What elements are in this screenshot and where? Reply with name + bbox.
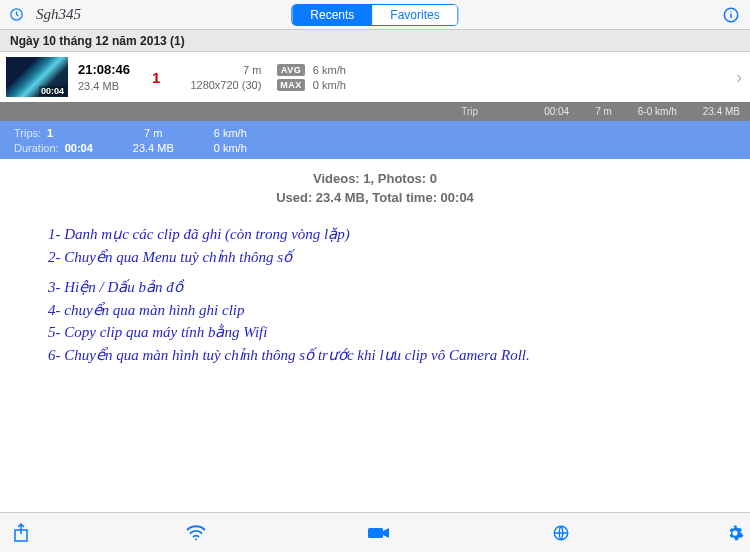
trips-label: Trips: [14, 127, 41, 139]
info-icon[interactable] [722, 6, 740, 24]
note-4: 4- chuyển qua màn hình ghi clip [48, 299, 702, 322]
summary-line-2: Used: 23.4 MB, Total time: 00:04 [0, 190, 750, 205]
aggregate-distance: 7 m [595, 106, 612, 117]
share-icon[interactable] [13, 523, 29, 543]
summary-bar: Trips:1 Duration:00:04 7 m 23.4 MB 6 km/… [0, 121, 750, 159]
note-5: 5- Copy clip qua máy tính bằng Wifi [48, 321, 702, 344]
trip-time: 21:08:46 [78, 62, 130, 77]
duration-label: Duration: [14, 142, 59, 154]
signature: Sgh345 [36, 6, 81, 23]
trip-avg-speed: 6 km/h [313, 64, 346, 76]
summary-max: 0 km/h [214, 142, 247, 154]
camera-icon[interactable] [368, 526, 390, 540]
svg-point-2 [730, 11, 731, 12]
segmented-control: Recents Favorites [291, 4, 458, 26]
note-3: 3- Hiện / Dấu bản đồ [48, 276, 702, 299]
tab-recents[interactable]: Recents [292, 5, 372, 25]
note-2: 2- Chuyển qua Menu tuỳ chỉnh thông số [48, 246, 702, 269]
annotation-notes: 1- Danh mục các clip đã ghi (còn trong v… [0, 205, 750, 366]
wifi-icon[interactable] [186, 525, 206, 541]
aggregate-speed: 6-0 km/h [638, 106, 677, 117]
aggregate-bar: Trip 00:04 7 m 6-0 km/h 23.4 MB [0, 102, 750, 121]
summary-line-1: Videos: 1, Photos: 0 [0, 171, 750, 186]
chevron-right-icon: › [736, 67, 742, 88]
avg-badge: AVG [277, 64, 305, 76]
bottom-toolbar [0, 512, 750, 552]
clock-icon[interactable] [9, 7, 24, 22]
trip-max-speed: 0 km/h [313, 79, 346, 91]
duration-value: 00:04 [65, 142, 93, 154]
summary-size: 23.4 MB [133, 142, 174, 154]
svg-rect-5 [368, 528, 383, 538]
svg-point-4 [195, 538, 197, 540]
callout-1: 1 [152, 69, 160, 86]
aggregate-size: 23.4 MB [703, 106, 740, 117]
note-1: 1- Danh mục các clip đã ghi (còn trong v… [48, 223, 702, 246]
trip-meta: 21:08:46 23.4 MB 1 7 m 1280x720 (30) AVG… [68, 62, 750, 92]
aggregate-duration: 00:04 [544, 106, 569, 117]
top-bar: Sgh345 Recents Favorites [0, 0, 750, 30]
tab-favorites[interactable]: Favorites [372, 5, 457, 25]
trip-row[interactable]: 00:04 21:08:46 23.4 MB 1 7 m 1280x720 (3… [0, 52, 750, 102]
max-badge: MAX [277, 79, 305, 91]
summary-distance: 7 m [133, 127, 174, 139]
thumbnail-duration: 00:04 [39, 86, 66, 96]
trip-size: 23.4 MB [78, 80, 130, 92]
storage-summary: Videos: 1, Photos: 0 Used: 23.4 MB, Tota… [0, 159, 750, 205]
trip-resolution: 1280x720 (30) [190, 79, 261, 91]
section-header: Ngày 10 tháng 12 năm 2013 (1) [0, 30, 750, 52]
trips-value: 1 [47, 127, 53, 139]
trip-thumbnail[interactable]: 00:04 [6, 57, 68, 97]
globe-icon[interactable] [552, 524, 570, 542]
aggregate-label: Trip [461, 106, 478, 117]
summary-avg: 6 km/h [214, 127, 247, 139]
gear-icon[interactable] [726, 524, 744, 542]
trip-distance: 7 m [243, 64, 261, 76]
note-6: 6- Chuyển qua màn hình tuỳ chỉnh thông s… [48, 344, 702, 367]
